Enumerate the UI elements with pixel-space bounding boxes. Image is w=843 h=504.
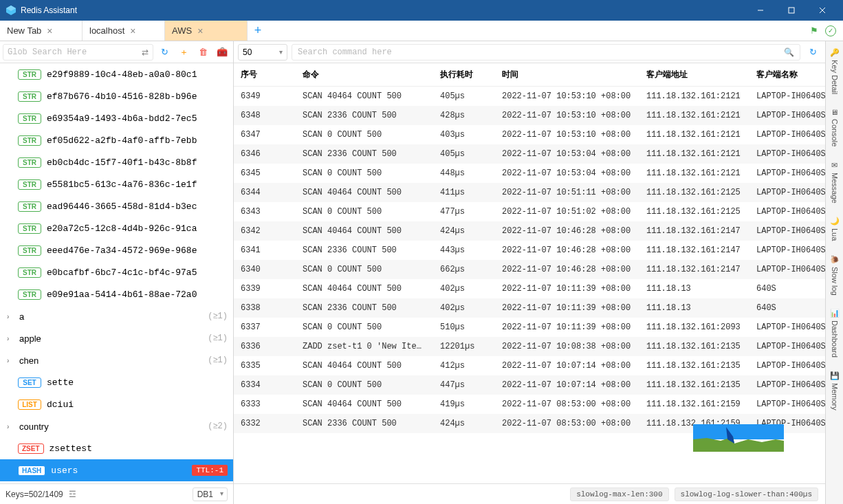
log-row[interactable]: 6335SCAN 40464 COUNT 500412µs2022-11-07 … [234,356,825,375]
add-key-button[interactable]: ＋ [175,44,192,61]
log-cell: 412µs [433,356,495,375]
log-row[interactable]: 6339SCAN 40464 COUNT 500402µs2022-11-07 … [234,279,825,298]
key-row[interactable]: STR e69354a9-1493-4b6a-bdd2-7ec5 [0,107,233,129]
log-cell: 662µs [433,260,495,279]
key-row[interactable]: STR ef87b676-4b10-4516-828b-b96e [0,85,233,107]
log-row[interactable]: 6343SCAN 0 COUNT 500477µs2022-11-07 10:5… [234,202,825,221]
col-header[interactable]: 客户端名称 [749,63,825,87]
tab-new[interactable]: New Tab × [0,21,83,41]
key-row[interactable]: ZSET zsettest [0,437,233,459]
log-cell: LAPTOP-IH0640S [749,395,825,414]
minimize-button[interactable] [745,0,776,21]
key-name: users [51,465,186,476]
key-group[interactable]: › a (≥1) [0,305,233,327]
log-row[interactable]: 6342SCAN 40464 COUNT 500424µs2022-11-07 … [234,221,825,241]
command-search-input[interactable]: Search command here 🔍 [292,44,800,61]
right-tab-console[interactable]: 🖥Console [829,104,840,151]
col-header[interactable]: 时间 [495,63,639,87]
right-tab-slow-log[interactable]: 🐌Slow log [829,251,841,300]
col-header[interactable]: 执行耗时 [433,63,495,87]
log-cell: 419µs [433,395,495,414]
key-row[interactable]: STR ead96446-3665-458d-81d4-b3ec [0,195,233,217]
delete-key-button[interactable]: 🗑 [195,44,211,61]
log-cell: LAPTOP-IH0640S [749,106,825,125]
log-cell: SCAN 40464 COUNT 500 [296,395,433,414]
tab-aws[interactable]: AWS × [165,21,248,41]
key-row[interactable]: STR e09e91aa-5414-4b61-88ae-72a0 [0,283,233,305]
key-row[interactable]: LIST dciui [0,393,233,415]
type-badge: STR [18,157,41,168]
log-cell: LAPTOP-IH0640S [749,414,825,433]
key-group[interactable]: › apple (≥1) [0,327,233,349]
col-header[interactable]: 命令 [296,63,433,87]
limit-select[interactable]: 50 [238,44,287,61]
col-header[interactable]: 客户端地址 [639,63,749,87]
log-row[interactable]: 6340SCAN 0 COUNT 500662µs2022-11-07 10:4… [234,260,825,279]
log-cell: 424µs [433,221,495,241]
log-cell: 405µs [433,144,495,164]
key-row[interactable]: STR e5581bc5-613c-4a76-836c-1e1f [0,173,233,195]
right-tab-bar: 🔑Key Detail🖥Console✉Message🌙Lua🐌Slow log… [825,41,843,504]
log-row[interactable]: 6333SCAN 40464 COUNT 500419µs2022-11-07 … [234,395,825,414]
log-cell: 6348 [234,106,296,125]
log-cell: 12201µs [433,337,495,356]
log-row[interactable]: 6347SCAN 0 COUNT 500403µs2022-11-07 10:5… [234,125,825,144]
tab-icon: 🖥 [831,108,838,116]
log-row[interactable]: 6348SCAN 2336 COUNT 500428µs2022-11-07 1… [234,106,825,125]
key-tree[interactable]: STR e29f9889-10c4-48eb-a0a0-80c1 STR ef8… [0,63,233,483]
type-badge: STR [18,135,41,146]
log-cell: 2022-11-07 08:53:00 +08:00 [495,414,639,433]
right-tab-key-detail[interactable]: 🔑Key Detail [829,44,841,98]
key-row[interactable]: STR e20a72c5-12c8-4d4b-926c-91ca [0,217,233,239]
log-cell: 6347 [234,125,296,144]
log-row[interactable]: 6349SCAN 40464 COUNT 500405µs2022-11-07 … [234,87,825,107]
key-group[interactable]: › country (≥2) [0,415,233,437]
pin-icon[interactable]: ⚑ [810,25,818,36]
right-tab-memory[interactable]: 💾Memory [829,367,841,415]
type-badge: STR [18,113,41,124]
key-group[interactable]: › chen (≥1) [0,349,233,371]
slowlog-toolbar: 50 Search command here 🔍 ↻ [234,41,825,63]
right-tab-lua[interactable]: 🌙Lua [829,212,841,245]
add-tab-button[interactable]: + [248,21,268,41]
type-badge: STR [18,69,41,80]
glob-search-input[interactable]: Glob Search Here ⇄ [3,44,153,61]
close-button[interactable] [807,0,837,21]
log-row[interactable]: 6338SCAN 2336 COUNT 500402µs2022-11-07 1… [234,298,825,318]
log-row[interactable]: 6346SCAN 2336 COUNT 500405µs2022-11-07 1… [234,144,825,164]
key-row[interactable]: STR eb0cb4dc-15f7-40f1-b43c-8b8f [0,151,233,173]
right-tab-message[interactable]: ✉Message [829,157,840,208]
tools-button[interactable]: 🧰 [214,44,230,61]
log-row[interactable]: 6332SCAN 2336 COUNT 500424µs2022-11-07 0… [234,414,825,433]
log-cell: 2022-11-07 10:46:28 +08:00 [495,241,639,260]
log-row[interactable]: 6345SCAN 0 COUNT 500448µs2022-11-07 10:5… [234,164,825,183]
list-icon[interactable]: ☲ [69,490,76,499]
slowlog-table-wrap[interactable]: 序号命令执行耗时时间客户端地址客户端名称 6349SCAN 40464 COUN… [234,63,825,483]
log-row[interactable]: 6341SCAN 2336 COUNT 500443µs2022-11-07 1… [234,241,825,260]
close-icon[interactable]: × [197,26,203,36]
key-row[interactable]: SET sette [0,371,233,393]
key-row[interactable]: STR eeed476e-7a34-4572-969e-968e [0,239,233,261]
key-row[interactable]: STR e29f9889-10c4-48eb-a0a0-80c1 [0,63,233,85]
log-cell: SCAN 0 COUNT 500 [296,125,433,144]
col-header[interactable]: 序号 [234,63,296,87]
refresh-log-button[interactable]: ↻ [804,44,821,61]
log-row[interactable]: 6336ZADD zset-t1 0 'New Item'12201µs2022… [234,337,825,356]
key-row[interactable]: STR e0bcafbf-6bc7-4c1c-bf4c-97a5 [0,261,233,283]
db-selector[interactable]: DB1 [193,487,228,501]
maximize-button[interactable] [776,0,807,21]
right-tab-dashboard[interactable]: 📊Dashboard [829,305,841,362]
log-row[interactable]: 6337SCAN 0 COUNT 500510µs2022-11-07 10:1… [234,318,825,337]
swap-icon[interactable]: ⇄ [142,47,149,57]
close-icon[interactable]: × [47,26,52,36]
log-row[interactable]: 6334SCAN 0 COUNT 500447µs2022-11-07 10:0… [234,375,825,395]
close-icon[interactable]: × [130,26,135,36]
key-row[interactable]: STR ef05d622-a2fb-4af0-affb-7ebb [0,129,233,151]
log-cell: LAPTOP-IH0640S [749,318,825,337]
type-badge: STR [18,289,41,300]
log-row[interactable]: 6344SCAN 40464 COUNT 500411µs2022-11-07 … [234,183,825,202]
key-row-selected[interactable]: HASH users TTL:-1 [0,459,233,481]
refresh-button[interactable]: ↻ [156,44,173,61]
log-cell: LAPTOP-IH0640S [749,144,825,164]
tab-localhost[interactable]: localhost × [83,21,165,41]
